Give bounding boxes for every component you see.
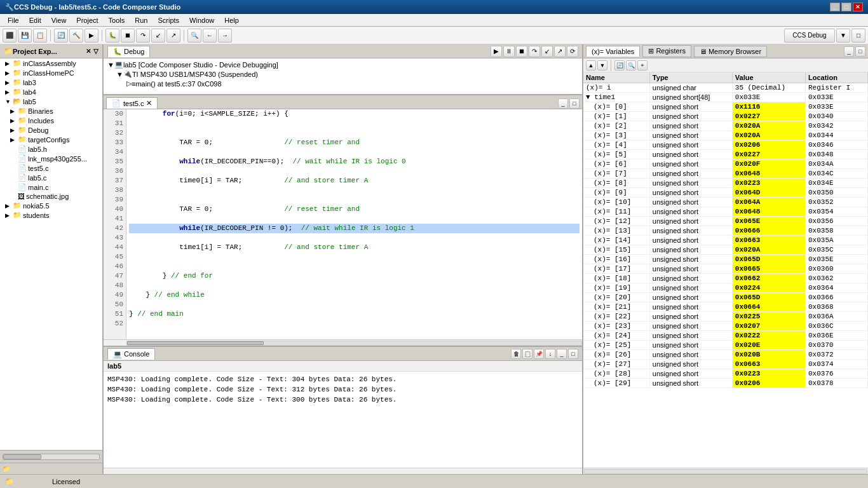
menu-file[interactable]: File xyxy=(3,15,24,25)
tree-item-lab5[interactable]: ▼ 📂 lab5 xyxy=(0,97,102,106)
left-panel-scrollbar[interactable] xyxy=(0,450,102,463)
menu-project[interactable]: Project xyxy=(71,15,103,25)
editor-min[interactable]: _ xyxy=(558,98,568,109)
table-row[interactable]: (x)= [13]unsigned short0x06660x0358 xyxy=(583,226,868,236)
editor-hscrollbar[interactable] xyxy=(104,339,582,346)
toolbar-btn-refresh[interactable]: 🔄 xyxy=(54,29,68,43)
tree-item-binaries[interactable]: ▶ 📁 Binaries xyxy=(0,106,102,116)
toolbar-btn-2[interactable]: 💾 xyxy=(18,29,32,43)
tree-item-schematic[interactable]: 🖼 schematic.jpg xyxy=(0,192,102,201)
toolbar-btn-perspective-more[interactable]: ▼ xyxy=(836,29,850,43)
project-explorer-close[interactable]: ✕ xyxy=(86,48,91,55)
console-max[interactable]: □ xyxy=(568,349,578,359)
right-panel-hscrollbar[interactable] xyxy=(583,468,868,474)
table-row[interactable]: (x)= [8]unsigned short0x02230x034E xyxy=(583,179,868,188)
table-row[interactable]: (x)= [4]unsigned short0x02060x0346 xyxy=(583,140,868,150)
toolbar-btn-perspective-open[interactable]: □ xyxy=(851,29,865,43)
tab-variables[interactable]: (x)= Variables xyxy=(586,46,640,57)
toolbar-btn-build[interactable]: 🔨 xyxy=(69,29,83,43)
tab-memory-browser[interactable]: 🖥 Memory Browser xyxy=(694,46,767,57)
minimize-button[interactable]: _ xyxy=(830,3,840,11)
menu-tools[interactable]: Tools xyxy=(104,15,130,25)
table-row[interactable]: (x)= iunsigned char35 (Decimal)Register … xyxy=(583,83,868,93)
editor-tab-test5c[interactable]: 📄 test5.c ✕ xyxy=(106,97,158,109)
toolbar-btn-stop[interactable]: ⏹ xyxy=(121,29,135,43)
var-expand[interactable]: ▼ xyxy=(597,60,607,71)
tree-item-targetconfigs[interactable]: ▶ 📁 targetConfigs xyxy=(0,135,102,144)
table-row[interactable]: (x)= [28]unsigned short0x02230x0376 xyxy=(583,369,868,379)
table-row[interactable]: (x)= [5]unsigned short0x02270x0348 xyxy=(583,150,868,159)
table-row[interactable]: (x)= [7]unsigned short0x06480x034C xyxy=(583,169,868,179)
console-scrollbar[interactable] xyxy=(104,468,582,474)
table-row[interactable]: (x)= [24]unsigned short0x02220x036E xyxy=(583,331,868,341)
toolbar-btn-forward[interactable]: → xyxy=(218,29,232,43)
toolbar-btn-debug[interactable]: 🐛 xyxy=(105,29,119,43)
tab-registers[interactable]: ⊞ Registers xyxy=(642,45,691,57)
menu-view[interactable]: View xyxy=(46,15,72,25)
table-row[interactable]: (x)= [2]unsigned short0x020A0x0342 xyxy=(583,121,868,131)
tree-item-students[interactable]: ▶ 📁 students xyxy=(0,210,102,220)
debug-stop[interactable]: ⏹ xyxy=(516,46,527,57)
debug-stepover[interactable]: ↷ xyxy=(529,46,540,57)
table-row[interactable]: (x)= [9]unsigned short0x064D0x0350 xyxy=(583,188,868,198)
table-row[interactable]: (x)= [29]unsigned short0x02060x0378 xyxy=(583,379,868,388)
table-row[interactable]: (x)= [22]unsigned short0x02250x036A xyxy=(583,312,868,322)
menu-run[interactable]: Run xyxy=(130,15,153,25)
menu-window[interactable]: Window xyxy=(184,15,219,25)
tree-item-inClassAssembly[interactable]: ▶ 📁 inClassAssembly xyxy=(0,58,102,68)
toolbar-btn-3[interactable]: 📋 xyxy=(33,29,47,43)
table-row[interactable]: (x)= [1]unsigned short0x02270x0340 xyxy=(583,112,868,121)
tree-item-inClassHomePC[interactable]: ▶ 📁 inClassHomePC xyxy=(0,68,102,78)
console-scroll[interactable]: ↓ xyxy=(545,349,555,359)
table-row[interactable]: (x)= [16]unsigned short0x065D0x035E xyxy=(583,255,868,264)
toolbar-btn-search[interactable]: 🔍 xyxy=(187,29,201,43)
console-clear[interactable]: 🗑 xyxy=(511,349,521,359)
menu-edit[interactable]: Edit xyxy=(24,15,46,25)
tree-item-includes[interactable]: ▶ 📁 Includes xyxy=(0,116,102,125)
toolbar-btn-1[interactable]: ⬛ xyxy=(3,29,17,43)
debug-tree-item-2[interactable]: ▼ 🔌 TI MSP430 USB1/MSP430 (Suspended) xyxy=(106,69,580,79)
debug-tree-item-3[interactable]: ▷ ≡ main() at test5.c:37 0xC098 xyxy=(106,79,580,88)
table-row[interactable]: (x)= [25]unsigned short0x020E0x0370 xyxy=(583,341,868,350)
debug-stepinto[interactable]: ↙ xyxy=(541,46,553,57)
right-panel-max[interactable]: □ xyxy=(855,46,865,57)
console-copy[interactable]: 📋 xyxy=(522,349,532,359)
console-paste[interactable]: 📌 xyxy=(534,349,544,359)
console-content[interactable]: MSP430: Loading complete. Code Size - Te… xyxy=(104,372,582,468)
table-row[interactable]: (x)= [10]unsigned short0x064A0x0352 xyxy=(583,198,868,207)
debug-reset[interactable]: ⟳ xyxy=(567,46,578,57)
var-add[interactable]: + xyxy=(637,60,648,71)
table-row[interactable]: (x)= [14]unsigned short0x06630x035A xyxy=(583,236,868,245)
tree-item-lab3[interactable]: ▶ 📁 lab3 xyxy=(0,78,102,87)
toolbar-btn-run[interactable]: ▶ xyxy=(85,29,98,43)
table-row[interactable]: (x)= [27]unsigned short0x06630x0374 xyxy=(583,360,868,369)
table-row[interactable]: (x)= [6]unsigned short0x020F0x034A xyxy=(583,159,868,169)
tree-item-lab4[interactable]: ▶ 📁 lab4 xyxy=(0,87,102,97)
console-min[interactable]: _ xyxy=(557,349,567,359)
table-row[interactable]: (x)= [20]unsigned short0x065D0x0366 xyxy=(583,293,868,302)
menu-scripts[interactable]: Scripts xyxy=(153,15,184,25)
code-area[interactable]: for(i=0; i<SAMPLE_SIZE; i++) { TAR = 0; … xyxy=(126,109,582,339)
maximize-button[interactable]: □ xyxy=(841,3,851,11)
table-row[interactable]: (x)= [11]unsigned short0x06480x0354 xyxy=(583,207,868,217)
toolbar-btn-step-out[interactable]: ↗ xyxy=(166,29,180,43)
editor-max[interactable]: □ xyxy=(569,98,580,109)
toolbar-btn-perspective[interactable]: CCS Debug xyxy=(784,29,835,43)
tree-item-lnk[interactable]: 📄 lnk_msp430g255... xyxy=(0,154,102,163)
table-row[interactable]: (x)= [26]unsigned short0x020B0x0372 xyxy=(583,350,868,360)
toolbar-btn-step-into[interactable]: ↙ xyxy=(151,29,165,43)
table-row[interactable]: (x)= [18]unsigned short0x06620x0362 xyxy=(583,274,868,283)
debug-tab[interactable]: 🐛 Debug xyxy=(107,46,150,57)
tree-item-test5c[interactable]: 📄 test5.c xyxy=(0,163,102,173)
debug-suspend[interactable]: ⏸ xyxy=(503,46,515,57)
table-row[interactable]: (x)= [15]unsigned short0x020A0x035C xyxy=(583,245,868,255)
tree-item-nokia[interactable]: ▶ 📁 nokia5.5 xyxy=(0,201,102,210)
right-panel-min[interactable]: _ xyxy=(844,46,854,57)
tree-item-lab5h[interactable]: 📄 lab5.h xyxy=(0,144,102,154)
table-row[interactable]: (x)= [21]unsigned short0x06640x0368 xyxy=(583,302,868,312)
close-button[interactable]: ✕ xyxy=(853,3,863,11)
console-tab[interactable]: 💻 Console xyxy=(107,348,155,360)
toolbar-btn-step-over[interactable]: ↷ xyxy=(136,29,150,43)
table-row[interactable]: (x)= [0]unsigned short0x11160x033E xyxy=(583,102,868,112)
table-row[interactable]: ▼ time1unsigned short[48]0x033E0x033E xyxy=(583,93,868,102)
